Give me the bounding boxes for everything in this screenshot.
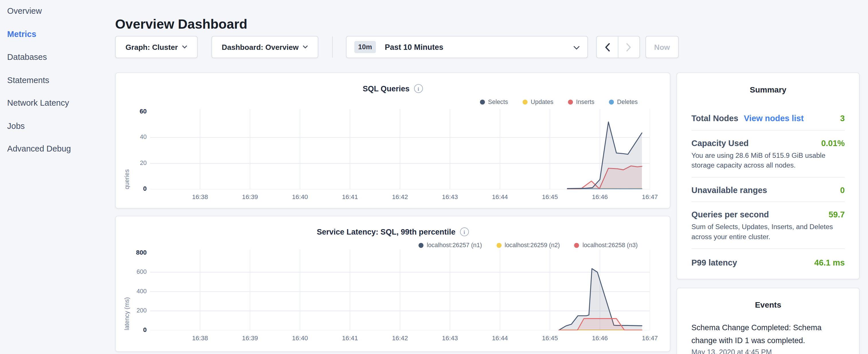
legend-item-n3[interactable]: localhost:26258 (n3) bbox=[574, 242, 638, 248]
sidebar-item-overview[interactable]: Overview bbox=[7, 6, 115, 15]
graph-scope-label: Graph: Cluster bbox=[125, 43, 178, 51]
y-tick-label: 200 bbox=[118, 307, 147, 314]
summary-row-total-nodes: Total Nodes View nodes list 3 bbox=[691, 106, 845, 131]
x-tick-label: 16:45 bbox=[533, 194, 566, 200]
chevron-down-icon bbox=[574, 43, 580, 51]
time-range-label: Past 10 Minutes bbox=[385, 43, 574, 52]
metrics-page: Overview Metrics Databases Statements Ne… bbox=[0, 0, 868, 354]
chevron-down-icon bbox=[303, 45, 308, 49]
time-range-dropdown[interactable]: 10m Past 10 Minutes bbox=[346, 36, 588, 58]
event-list-item[interactable]: Schema Change Completed: Schema change w… bbox=[691, 321, 845, 354]
summary-row-unavailable-ranges: Unavailable ranges 0 bbox=[691, 178, 845, 202]
x-tick-label: 16:46 bbox=[583, 335, 616, 342]
chart-legend: Selects Updates Inserts Deletes bbox=[480, 99, 638, 105]
events-title: Events bbox=[691, 300, 845, 309]
chart-plot bbox=[150, 250, 650, 330]
event-timestamp: May 13, 2020 at 4:45 PM bbox=[691, 348, 845, 354]
x-tick-label: 16:47 bbox=[633, 335, 666, 342]
summary-value: 0 bbox=[840, 185, 845, 195]
summary-value: 46.1 ms bbox=[814, 258, 845, 267]
summary-label: Queries per second bbox=[691, 210, 769, 219]
x-tick-label: 16:44 bbox=[484, 194, 517, 200]
events-panel: Events Schema Change Completed: Schema c… bbox=[677, 288, 860, 354]
time-back-button[interactable] bbox=[597, 36, 618, 57]
legend-label: localhost:26257 (n1) bbox=[427, 242, 482, 248]
legend-item-deletes[interactable]: Deletes bbox=[609, 99, 638, 105]
legend-label: Deletes bbox=[617, 99, 638, 105]
y-tick-label: 0 bbox=[118, 326, 147, 333]
legend-item-updates[interactable]: Updates bbox=[522, 99, 553, 105]
legend-item-n1[interactable]: localhost:26257 (n1) bbox=[418, 242, 482, 248]
x-tick-label: 16:39 bbox=[233, 194, 267, 200]
sql-queries-chart-card: SQL Queries Selects Updates Inserts Dele… bbox=[115, 72, 671, 208]
summary-description: Sum of Selects, Updates, Inserts, and De… bbox=[691, 222, 845, 242]
sidebar-item-statements[interactable]: Statements bbox=[7, 75, 115, 85]
info-icon[interactable] bbox=[460, 227, 469, 236]
series-color-dot bbox=[496, 243, 501, 248]
series-color-dot bbox=[609, 99, 614, 104]
series-color-dot bbox=[480, 99, 485, 104]
y-tick-label: 20 bbox=[118, 160, 147, 166]
summary-label: Capacity Used bbox=[691, 138, 749, 148]
chart-legend: localhost:26257 (n1) localhost:26259 (n2… bbox=[418, 242, 638, 248]
summary-label: Unavailable ranges bbox=[691, 185, 767, 195]
now-button[interactable]: Now bbox=[645, 36, 679, 58]
time-step-buttons bbox=[596, 36, 640, 58]
x-tick-label: 16:39 bbox=[233, 335, 267, 342]
x-tick-label: 16:41 bbox=[333, 194, 367, 200]
sidebar: Overview Metrics Databases Statements Ne… bbox=[0, 0, 115, 354]
y-tick-label: 400 bbox=[118, 288, 147, 294]
time-forward-button[interactable] bbox=[618, 36, 639, 57]
service-latency-chart-card: Service Latency: SQL, 99th percentile lo… bbox=[115, 216, 671, 352]
x-tick-label: 16:42 bbox=[383, 335, 417, 342]
legend-item-n2[interactable]: localhost:26259 (n2) bbox=[496, 242, 560, 248]
view-nodes-list-link[interactable]: View nodes list bbox=[744, 114, 804, 123]
legend-label: localhost:26259 (n2) bbox=[505, 242, 560, 248]
sidebar-item-metrics[interactable]: Metrics bbox=[7, 29, 115, 38]
x-tick-label: 16:45 bbox=[533, 335, 566, 342]
x-tick-label: 16:43 bbox=[433, 335, 467, 342]
graph-scope-dropdown[interactable]: Graph: Cluster bbox=[115, 36, 198, 58]
y-tick-label: 0 bbox=[118, 185, 147, 192]
sidebar-item-databases[interactable]: Databases bbox=[7, 52, 115, 62]
x-tick-label: 16:38 bbox=[183, 194, 217, 200]
chart-title: Service Latency: SQL, 99th percentile bbox=[317, 227, 455, 236]
y-tick-label: 600 bbox=[118, 268, 147, 275]
x-tick-label: 16:40 bbox=[283, 194, 317, 200]
sidebar-item-network-latency[interactable]: Network Latency bbox=[7, 98, 115, 107]
now-button-label: Now bbox=[654, 43, 670, 51]
summary-value: 59.7 bbox=[829, 210, 844, 219]
chevron-down-icon bbox=[182, 45, 187, 49]
series-color-dot bbox=[568, 99, 572, 104]
y-axis-title: queries bbox=[124, 109, 130, 189]
x-tick-label: 16:47 bbox=[633, 194, 666, 200]
sidebar-item-jobs[interactable]: Jobs bbox=[7, 121, 115, 130]
y-tick-label: 60 bbox=[118, 108, 147, 114]
chart-plot bbox=[150, 109, 650, 189]
summary-row-capacity-used: Capacity Used 0.01% You are using 28.6 M… bbox=[691, 131, 845, 178]
time-range-badge: 10m bbox=[354, 41, 376, 53]
info-icon[interactable] bbox=[414, 84, 423, 93]
summary-value: 0.01% bbox=[821, 138, 845, 148]
chart-title: SQL Queries bbox=[363, 84, 409, 93]
controls-divider bbox=[332, 36, 333, 57]
summary-label: P99 latency bbox=[691, 258, 737, 267]
x-tick-label: 16:41 bbox=[333, 335, 367, 342]
series-color-dot bbox=[574, 243, 579, 248]
legend-label: Updates bbox=[531, 99, 553, 105]
legend-item-inserts[interactable]: Inserts bbox=[568, 99, 594, 105]
x-tick-label: 16:44 bbox=[484, 335, 517, 342]
dashboard-dropdown[interactable]: Dashboard: Overview bbox=[212, 36, 318, 58]
x-tick-label: 16:40 bbox=[283, 335, 317, 342]
legend-item-selects[interactable]: Selects bbox=[480, 99, 508, 105]
dashboard-label: Dashboard: Overview bbox=[222, 43, 299, 51]
sidebar-item-advanced-debug[interactable]: Advanced Debug bbox=[7, 144, 115, 153]
event-message: Schema Change Completed: Schema change w… bbox=[691, 321, 845, 346]
summary-row-queries-per-second: Queries per second 59.7 Sum of Selects, … bbox=[691, 202, 845, 249]
x-tick-label: 16:46 bbox=[583, 194, 616, 200]
summary-label: Total Nodes bbox=[691, 114, 739, 123]
summary-description: You are using 28.6 MiB of 515.9 GiB usab… bbox=[691, 150, 845, 170]
x-tick-label: 16:42 bbox=[383, 194, 417, 200]
x-tick-label: 16:43 bbox=[433, 194, 467, 200]
legend-label: localhost:26258 (n3) bbox=[583, 242, 638, 248]
